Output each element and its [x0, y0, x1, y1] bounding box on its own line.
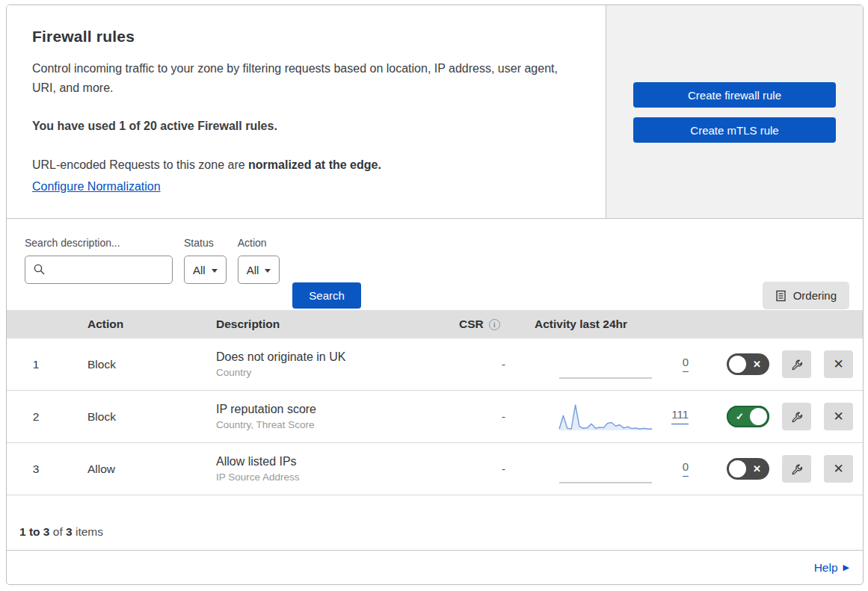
search-icon — [33, 263, 46, 276]
rule-action: Block — [87, 358, 216, 371]
summary-range: 1 to 3 — [19, 525, 49, 538]
activity-count-link[interactable]: 111 — [671, 409, 689, 424]
filter-bar: Search description... Status All Action … — [7, 219, 863, 310]
activity-sparkline — [558, 400, 653, 433]
wrench-icon — [790, 462, 804, 476]
pagination-summary: 1 to 3 of 3 items — [7, 495, 863, 551]
help-link[interactable]: Help ▶ — [814, 561, 849, 575]
normalization-bold-text: normalized at the edge. — [248, 158, 381, 171]
x-icon: ✕ — [753, 458, 761, 480]
toggle-knob — [750, 408, 767, 425]
edit-rule-button[interactable] — [782, 403, 811, 430]
status-filter-value: All — [193, 264, 206, 276]
page-title: Firewall rules — [32, 28, 561, 46]
activity-sparkline — [558, 348, 653, 381]
rule-fields: IP Source Address — [216, 471, 459, 483]
rule-fields: Country — [216, 367, 459, 378]
status-filter-dropdown[interactable]: All — [184, 256, 227, 284]
rule-description: IP reputation score — [216, 403, 459, 416]
chevron-down-icon — [212, 269, 218, 273]
normalization-text: URL-encoded Requests to this zone are — [32, 158, 248, 171]
table-header: Action Description CSR i Activity last 2… — [7, 310, 863, 338]
column-csr: CSR i — [459, 318, 530, 331]
table-row: 3 Allow Allow listed IPs IP Source Addre… — [7, 443, 863, 495]
rule-priority: 2 — [7, 410, 87, 424]
rule-enabled-toggle[interactable]: ✓ ✕ — [727, 353, 769, 375]
activity-count-link[interactable]: 0 — [683, 461, 689, 477]
search-input[interactable] — [25, 256, 173, 284]
configure-normalization-link[interactable]: Configure Normalization — [32, 180, 161, 194]
intro-panel: Firewall rules Control incoming traffic … — [7, 5, 606, 218]
summary-items: items — [73, 525, 103, 538]
rule-activity: 0 — [530, 453, 702, 486]
rule-priority: 1 — [7, 358, 87, 371]
ordering-button-label: Ordering — [793, 289, 837, 302]
status-filter-label: Status — [184, 237, 227, 249]
action-filter-dropdown[interactable]: All — [238, 256, 280, 284]
help-link-label: Help — [814, 561, 838, 575]
edit-rule-button[interactable] — [782, 455, 811, 483]
action-filter-label: Action — [238, 237, 280, 249]
column-description: Description — [216, 318, 459, 331]
summary-of: of — [49, 525, 66, 538]
delete-rule-button[interactable]: ✕ — [824, 403, 853, 430]
rule-priority: 3 — [7, 462, 87, 476]
create-firewall-rule-button[interactable]: Create firewall rule — [633, 82, 836, 108]
rule-action: Allow — [87, 462, 216, 476]
ordering-button[interactable]: Ordering — [763, 282, 849, 309]
help-row: Help ▶ — [7, 551, 863, 584]
rule-description: Does not originate in UK — [216, 350, 459, 364]
rule-action: Block — [87, 410, 216, 424]
list-document-icon — [775, 290, 787, 302]
check-icon: ✓ — [736, 406, 744, 427]
rule-csr-value: - — [459, 462, 530, 475]
column-action: Action — [87, 318, 216, 331]
summary-total: 3 — [66, 525, 73, 538]
delete-rule-button[interactable]: ✕ — [824, 350, 853, 378]
search-button[interactable]: Search — [292, 282, 361, 309]
rule-activity: 111 — [530, 400, 702, 433]
x-icon: ✕ — [753, 353, 761, 375]
table-row: 2 Block IP reputation score Country, Thr… — [7, 391, 863, 443]
column-activity: Activity last 24hr — [530, 318, 702, 331]
table-row: 1 Block Does not originate in UK Country… — [7, 338, 863, 391]
normalization-note: URL-encoded Requests to this zone are no… — [32, 155, 561, 175]
rule-csr-value: - — [459, 358, 530, 371]
firewall-rules-card: Firewall rules Control incoming traffic … — [6, 4, 864, 585]
rule-csr-value: - — [459, 410, 530, 423]
rule-enabled-toggle[interactable]: ✓ ✕ — [727, 406, 769, 427]
rule-enabled-toggle[interactable]: ✓ ✕ — [727, 458, 769, 480]
actions-panel: Create firewall rule Create mTLS rule — [606, 5, 863, 218]
column-csr-label: CSR — [459, 318, 484, 331]
close-icon: ✕ — [833, 409, 843, 424]
search-label: Search description... — [25, 237, 173, 249]
wrench-icon — [790, 410, 804, 424]
rule-activity: 0 — [530, 348, 702, 381]
chevron-down-icon — [265, 269, 271, 273]
wrench-icon — [790, 358, 804, 371]
close-icon: ✕ — [833, 356, 843, 372]
info-icon[interactable]: i — [489, 319, 500, 330]
usage-summary: You have used 1 of 20 active Firewall ru… — [32, 117, 561, 136]
edit-rule-button[interactable] — [782, 350, 811, 378]
delete-rule-button[interactable]: ✕ — [824, 455, 853, 483]
close-icon: ✕ — [833, 461, 843, 477]
create-mtls-rule-button[interactable]: Create mTLS rule — [633, 117, 836, 143]
toggle-knob — [729, 460, 746, 477]
rule-fields: Country, Threat Score — [216, 419, 459, 430]
arrow-right-icon: ▶ — [843, 563, 849, 572]
rule-description: Allow listed IPs — [216, 455, 459, 468]
header-section: Firewall rules Control incoming traffic … — [7, 5, 863, 219]
action-filter-value: All — [247, 264, 259, 276]
activity-count-link[interactable]: 0 — [683, 356, 689, 372]
page-description: Control incoming traffic to your zone by… — [32, 59, 561, 98]
toggle-knob — [729, 356, 746, 373]
activity-sparkline — [558, 453, 653, 486]
